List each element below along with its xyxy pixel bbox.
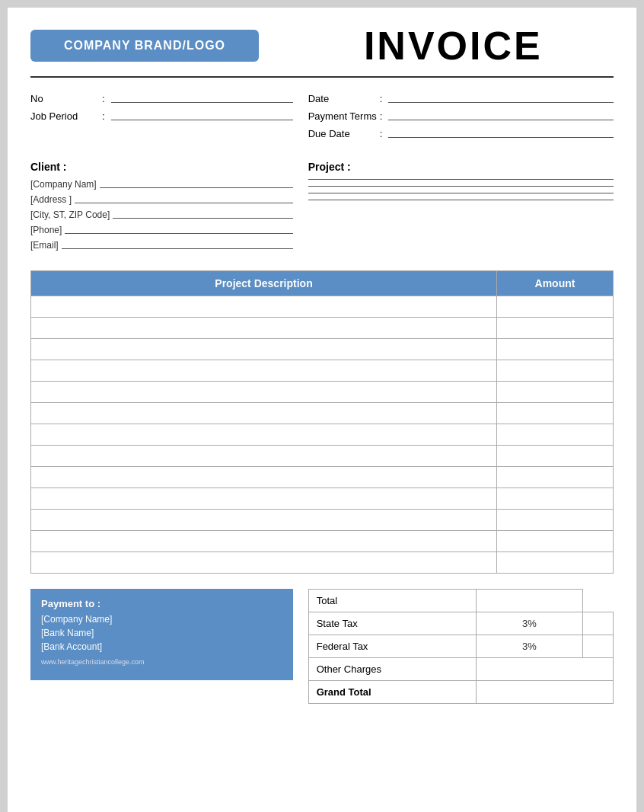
row-description — [31, 424, 497, 446]
job-period-label: Job Period — [30, 110, 99, 122]
client-address: [Address ] — [30, 194, 75, 205]
meta-right: Date : Payment Terms : Due Date : — [308, 93, 614, 145]
other-charges-row: Other Charges — [308, 658, 613, 681]
row-amount — [497, 488, 614, 510]
payment-company: [Company Name] — [41, 614, 282, 625]
invoice-title: INVOICE — [364, 24, 543, 68]
meta-left: No : Job Period : — [30, 93, 293, 145]
row-description — [31, 296, 497, 318]
due-date-row: Due Date : — [308, 128, 614, 139]
federal-tax-row: Federal Tax 3% — [308, 635, 613, 658]
footer-section: Payment to : [Company Name] [Bank Name] … — [30, 589, 614, 704]
other-charges-value — [476, 658, 613, 681]
table-row — [31, 318, 614, 339]
client-city: [City, ST, ZIP Code] — [30, 209, 113, 220]
payment-bank-name: [Bank Name] — [41, 628, 282, 638]
row-description — [31, 446, 497, 467]
row-amount — [497, 510, 614, 531]
no-colon: : — [102, 93, 105, 104]
row-amount — [497, 296, 614, 318]
table-row — [31, 382, 614, 403]
no-row: No : — [30, 93, 293, 104]
federal-tax-label: Federal Tax — [308, 635, 476, 658]
col-amount: Amount — [497, 271, 614, 296]
table-row — [31, 510, 614, 531]
row-amount — [497, 403, 614, 424]
invoice-table: Project Description Amount — [30, 270, 614, 574]
table-row — [31, 339, 614, 360]
project-field-line-4 — [308, 200, 614, 200]
row-amount — [497, 424, 614, 446]
other-charges-label: Other Charges — [308, 658, 476, 681]
watermark: www.heritagechristiancollege.com — [41, 658, 282, 666]
grand-total-row: Grand Total — [308, 681, 613, 704]
row-description — [31, 552, 497, 574]
date-label: Date — [308, 93, 377, 104]
invoice-page: COMPANY BRAND/LOGO INVOICE No : Job Peri… — [8, 8, 636, 812]
job-period-row: Job Period : — [30, 110, 293, 122]
payment-block: Payment to : [Company Name] [Bank Name] … — [30, 589, 293, 680]
project-field-line-2 — [308, 186, 614, 187]
client-project-section: Client : [Company Nam] [Address ] [City,… — [30, 161, 614, 255]
logo-area: COMPANY BRAND/LOGO — [30, 30, 293, 62]
date-colon: : — [380, 93, 383, 104]
no-line — [111, 102, 293, 103]
client-city-line — [113, 218, 292, 219]
row-description — [31, 318, 497, 339]
client-address-row: [Address ] — [30, 194, 293, 205]
row-description — [31, 510, 497, 531]
row-amount — [497, 360, 614, 382]
client-company-name: [Company Nam] — [30, 179, 100, 190]
grand-total-value — [476, 681, 613, 704]
grand-total-label: Grand Total — [308, 681, 476, 704]
table-row — [31, 403, 614, 424]
company-logo: COMPANY BRAND/LOGO — [30, 30, 259, 62]
row-amount — [497, 446, 614, 467]
job-period-line — [111, 120, 293, 120]
state-tax-pct: 3% — [476, 612, 582, 635]
state-tax-label: State Tax — [308, 612, 476, 635]
row-amount — [497, 531, 614, 552]
row-description — [31, 467, 497, 488]
client-company-line — [100, 187, 293, 188]
date-line — [388, 102, 614, 103]
row-amount — [497, 552, 614, 574]
client-phone-row: [Phone] — [30, 225, 293, 235]
total-label: Total — [308, 590, 476, 612]
row-amount — [497, 318, 614, 339]
table-header-row: Project Description Amount — [31, 271, 614, 296]
state-tax-value — [582, 612, 613, 635]
header: COMPANY BRAND/LOGO INVOICE — [30, 23, 614, 78]
row-description — [31, 488, 497, 510]
total-value — [476, 590, 582, 612]
client-phone-line — [65, 233, 292, 234]
state-tax-row: State Tax 3% — [308, 612, 613, 635]
payment-terms-row: Payment Terms : — [308, 110, 614, 122]
row-amount — [497, 339, 614, 360]
table-row — [31, 488, 614, 510]
client-company-row: [Company Nam] — [30, 179, 293, 190]
due-date-line — [388, 137, 614, 138]
client-email-line — [62, 248, 293, 249]
client-phone: [Phone] — [30, 225, 65, 235]
payment-terms-line — [388, 120, 614, 120]
col-description: Project Description — [31, 271, 497, 296]
project-line-2 — [308, 186, 614, 188]
payment-bank-account: [Bank Account] — [41, 641, 282, 652]
client-block: Client : [Company Nam] [Address ] [City,… — [30, 161, 293, 255]
due-date-label: Due Date — [308, 128, 377, 139]
row-description — [31, 403, 497, 424]
invoice-title-area: INVOICE — [293, 23, 614, 69]
federal-tax-pct: 3% — [476, 635, 582, 658]
table-row — [31, 467, 614, 488]
project-field-line-1 — [308, 179, 614, 180]
row-amount — [497, 382, 614, 403]
row-description — [31, 360, 497, 382]
meta-section: No : Job Period : Date : Payment Terms : — [30, 93, 614, 145]
federal-tax-value — [582, 635, 613, 658]
client-email-row: [Email] — [30, 240, 293, 251]
project-line-4 — [308, 200, 614, 202]
project-field-line-3 — [308, 193, 614, 193]
client-label: Client : — [30, 161, 293, 173]
table-row — [31, 296, 614, 318]
